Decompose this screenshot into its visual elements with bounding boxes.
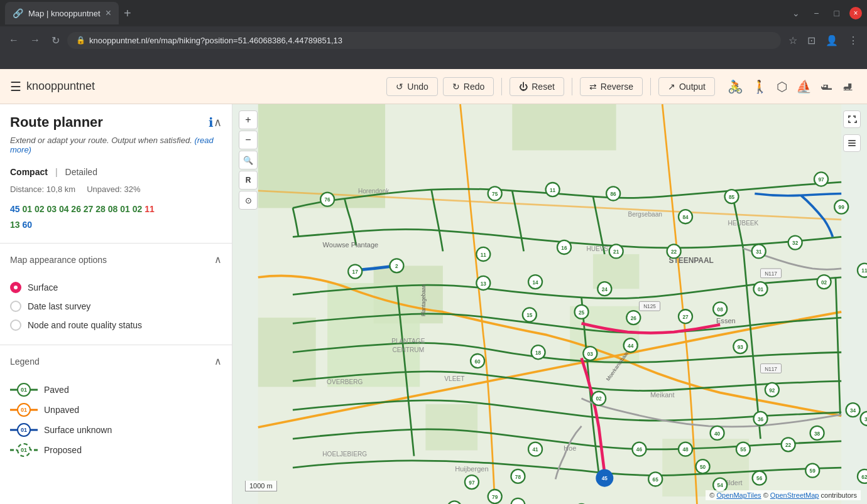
redo-button[interactable]: ↻ Redo	[443, 77, 494, 96]
legend-proposed-label: Proposed	[44, 445, 82, 455]
motorboat-icon[interactable]: 🛥	[818, 77, 836, 97]
tab-close-button[interactable]: ×	[106, 8, 111, 19]
node-01b[interactable]: 01	[120, 204, 130, 214]
svg-text:92: 92	[769, 388, 775, 394]
horse-icon[interactable]: ⬡	[774, 77, 790, 97]
reverse-button[interactable]: ⇄ Reverse	[580, 77, 643, 96]
node-03[interactable]: 03	[46, 204, 57, 214]
legend-proposed: 01 Proposed	[10, 440, 222, 460]
profile-button[interactable]: 👤	[822, 32, 842, 49]
node-27[interactable]: 27	[84, 204, 94, 214]
address-bar[interactable]: 🔒 knooppuntnet.nl/en/map/hiking?position…	[67, 32, 781, 49]
radio-quality-status-label: Node and route quality status	[28, 320, 142, 330]
collapse-map-appearance-button[interactable]: ∧	[214, 254, 222, 265]
svg-text:N117: N117	[765, 271, 777, 277]
svg-text:50: 50	[700, 464, 706, 470]
collapse-sidebar-button[interactable]: ∧	[214, 115, 222, 129]
node-02b[interactable]: 02	[133, 204, 143, 214]
tab-compact[interactable]: Compact	[10, 164, 48, 180]
browser-menu-button[interactable]: ⋮	[844, 32, 862, 49]
expand-map-button[interactable]	[843, 110, 861, 128]
map-container[interactable]: N117 N117 N125 Wouwse Plantage STEENPAAL…	[232, 104, 867, 504]
svg-text:22: 22	[671, 249, 677, 255]
inline-icon[interactable]: ⛸	[839, 77, 857, 97]
legend-surface-unknown-graphic: 01	[10, 423, 38, 437]
svg-text:60: 60	[474, 359, 481, 365]
legend-surface-unknown-label: Surface unknown	[44, 425, 112, 435]
node-11[interactable]: 11	[144, 204, 155, 214]
node-45[interactable]: 45	[10, 204, 20, 214]
collapse-legend-button[interactable]: ∧	[214, 355, 222, 367]
svg-text:01: 01	[758, 287, 764, 292]
forward-button[interactable]: →	[26, 32, 44, 48]
reload-button[interactable]: ↻	[48, 32, 63, 49]
maximize-button[interactable]: □	[829, 6, 844, 21]
redo-icon: ↻	[452, 82, 460, 92]
svg-text:97: 97	[469, 480, 475, 486]
bookmark-button[interactable]: ☆	[785, 32, 801, 49]
svg-text:44: 44	[628, 343, 634, 349]
node-13[interactable]: 13	[10, 220, 20, 230]
svg-text:55: 55	[740, 447, 746, 453]
node-60[interactable]: 60	[22, 220, 32, 230]
undo-button[interactable]: ↺ Undo	[386, 77, 437, 96]
node-01a[interactable]: 01	[22, 204, 32, 214]
r-button[interactable]: R	[239, 171, 258, 190]
reverse-label: Reverse	[601, 82, 633, 92]
layers-button[interactable]	[843, 134, 861, 152]
radio-quality-status[interactable]: Node and route quality status	[10, 316, 222, 335]
svg-text:VLEET: VLEET	[444, 375, 464, 382]
info-button[interactable]: ℹ	[209, 115, 214, 130]
cycling-icon[interactable]: 🚴	[725, 77, 746, 97]
route-tabs: Compact | Detailed	[0, 162, 232, 182]
svg-text:03: 03	[587, 351, 594, 357]
map-scale: 1000 m	[245, 481, 277, 491]
new-tab-button[interactable]: +	[119, 4, 136, 23]
zoom-in-button[interactable]: +	[239, 110, 258, 129]
location-button[interactable]: ⊙	[239, 191, 258, 210]
radio-date-survey[interactable]: Date last survey	[10, 297, 222, 316]
menu-button[interactable]: ☰	[10, 79, 21, 94]
svg-text:15: 15	[526, 313, 533, 318]
tab-list-button[interactable]: ⌄	[788, 6, 804, 21]
split-view-button[interactable]: ⊡	[804, 32, 819, 49]
minimize-button[interactable]: −	[809, 6, 824, 21]
zoom-out-button[interactable]: −	[239, 131, 258, 149]
tab-detailed[interactable]: Detailed	[65, 164, 97, 180]
svg-text:08: 08	[717, 307, 724, 313]
svg-text:02: 02	[596, 396, 603, 402]
svg-text:21: 21	[613, 249, 619, 255]
legend-paved: 01 Paved	[10, 380, 222, 400]
node-02a[interactable]: 02	[35, 204, 45, 214]
svg-text:62: 62	[861, 475, 867, 480]
svg-text:HEIJBEEK: HEIJBEEK	[728, 220, 758, 227]
node-08[interactable]: 08	[108, 204, 118, 214]
legend-section-header[interactable]: Legend ∧	[0, 348, 232, 375]
reset-button[interactable]: ⏻ Reset	[510, 77, 564, 96]
svg-rect-2	[512, 104, 616, 151]
hiking-icon[interactable]: 🚶	[750, 77, 770, 97]
legend-unpaved-graphic: 01	[10, 403, 38, 417]
openstreetmap-link[interactable]: OpenStreetMap	[770, 491, 819, 499]
back-button[interactable]: ←	[5, 32, 23, 48]
node-04[interactable]: 04	[59, 204, 69, 214]
output-button[interactable]: ↗ Output	[658, 77, 715, 96]
svg-text:N117: N117	[765, 367, 777, 372]
map-appearance-section-header[interactable]: Map appearance options ∧	[0, 246, 232, 273]
toolbar-separator2	[572, 78, 572, 95]
browser-tab[interactable]: 🔗 Map | knooppuntnet ×	[5, 2, 119, 24]
reset-icon: ⏻	[519, 82, 528, 92]
svg-text:76: 76	[325, 197, 331, 203]
search-button[interactable]: 🔍	[239, 151, 258, 169]
undo-icon: ↺	[396, 82, 403, 92]
legend-surface-unknown: 01 Surface unknown	[10, 420, 222, 440]
svg-text:75: 75	[492, 191, 498, 197]
boat-icon[interactable]: ⛵	[793, 77, 814, 97]
route-stats: Distance: 10,8 km Unpaved: 32%	[0, 182, 232, 199]
close-button[interactable]: ×	[849, 7, 862, 19]
radio-surface[interactable]: Surface	[10, 278, 222, 297]
node-26[interactable]: 26	[71, 204, 81, 214]
openmaptiles-link[interactable]: OpenMapTiles	[716, 491, 761, 499]
node-28[interactable]: 28	[95, 204, 106, 214]
svg-text:46: 46	[636, 447, 643, 453]
